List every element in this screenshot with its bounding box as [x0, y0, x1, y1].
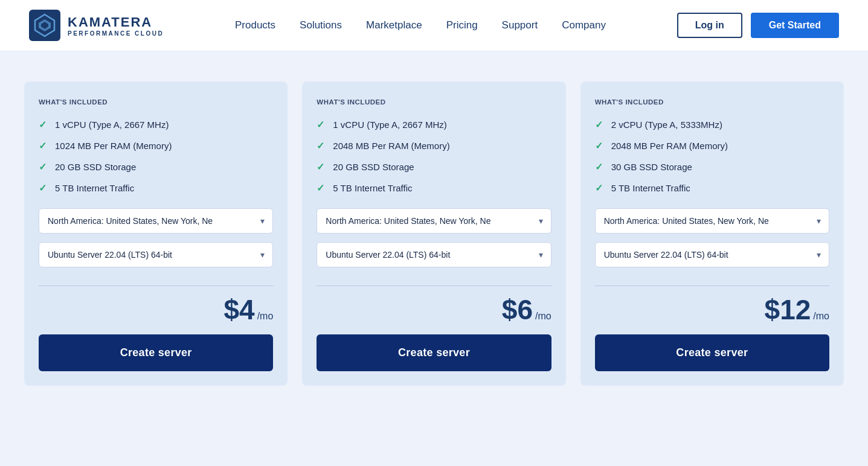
- create-server-button-2[interactable]: Create server: [317, 334, 551, 371]
- what-included-label-1: WHAT'S INCLUDED: [39, 98, 273, 106]
- check-icon: ✓: [595, 161, 603, 173]
- what-included-label-3: WHAT'S INCLUDED: [595, 98, 829, 106]
- os-select-2[interactable]: Ubuntu Server 22.04 (LTS) 64-bit: [317, 242, 551, 267]
- check-icon: ✓: [39, 161, 47, 173]
- check-icon: ✓: [317, 140, 324, 152]
- feature-text: 1024 MB Per RAM (Memory): [55, 141, 172, 151]
- location-select-wrapper-1: North America: United States, New York, …: [39, 208, 273, 234]
- create-server-button-3[interactable]: Create server: [595, 334, 829, 371]
- feature-item: ✓ 20 GB SSD Storage: [317, 161, 551, 173]
- location-select-3[interactable]: North America: United States, New York, …: [595, 208, 829, 234]
- divider-1: [39, 286, 273, 286]
- os-select-wrapper-1: Ubuntu Server 22.04 (LTS) 64-bit: [39, 242, 273, 267]
- nav-marketplace[interactable]: Marketplace: [366, 19, 422, 31]
- check-icon: ✓: [317, 161, 324, 173]
- feature-item: ✓ 2048 MB Per RAM (Memory): [317, 140, 551, 152]
- nav-pricing[interactable]: Pricing: [446, 19, 478, 31]
- pricing-card-3: WHAT'S INCLUDED ✓ 2 vCPU (Type A, 5333MH…: [580, 81, 844, 386]
- check-icon: ✓: [39, 140, 47, 152]
- features-list-2: ✓ 1 vCPU (Type A, 2667 MHz) ✓ 2048 MB Pe…: [317, 119, 551, 194]
- divider-3: [595, 286, 829, 286]
- location-select-2[interactable]: North America: United States, New York, …: [317, 208, 551, 234]
- features-list-1: ✓ 1 vCPU (Type A, 2667 MHz) ✓ 1024 MB Pe…: [39, 119, 273, 194]
- logo-name: KAMATERA: [68, 14, 164, 30]
- feature-text: 20 GB SSD Storage: [333, 162, 414, 172]
- feature-text: 2048 MB Per RAM (Memory): [333, 141, 449, 151]
- location-select-wrapper-2: North America: United States, New York, …: [317, 208, 551, 234]
- feature-item: ✓ 1 vCPU (Type A, 2667 MHz): [317, 119, 551, 130]
- feature-text: 2 vCPU (Type A, 5333MHz): [611, 120, 722, 130]
- check-icon: ✓: [595, 140, 603, 152]
- price-row-2: $6 /mo: [317, 296, 551, 324]
- check-icon: ✓: [317, 119, 324, 130]
- divider-2: [317, 286, 551, 286]
- feature-text: 20 GB SSD Storage: [55, 162, 136, 172]
- pricing-card-1: WHAT'S INCLUDED ✓ 1 vCPU (Type A, 2667 M…: [24, 81, 288, 386]
- pricing-card-2: WHAT'S INCLUDED ✓ 1 vCPU (Type A, 2667 M…: [302, 81, 565, 386]
- feature-item: ✓ 1 vCPU (Type A, 2667 MHz): [39, 119, 273, 130]
- get-started-button[interactable]: Get Started: [751, 13, 839, 38]
- feature-text: 5 TB Internet Traffic: [55, 183, 134, 193]
- nav-company[interactable]: Company: [562, 19, 606, 31]
- check-icon: ✓: [39, 182, 47, 194]
- features-list-3: ✓ 2 vCPU (Type A, 5333MHz) ✓ 2048 MB Per…: [595, 119, 829, 194]
- nav-support[interactable]: Support: [502, 19, 538, 31]
- price-unit-2: /mo: [535, 311, 551, 322]
- check-icon: ✓: [595, 182, 603, 194]
- feature-text: 1 vCPU (Type A, 2667 MHz): [333, 120, 446, 130]
- location-select-1[interactable]: North America: United States, New York, …: [39, 208, 273, 234]
- header: KAMATERA PERFORMANCE CLOUD Products Solu…: [0, 0, 868, 51]
- what-included-label-2: WHAT'S INCLUDED: [317, 98, 551, 106]
- feature-item: ✓ 30 GB SSD Storage: [595, 161, 829, 173]
- feature-text: 5 TB Internet Traffic: [333, 183, 412, 193]
- kamatera-logo-icon: [29, 10, 60, 41]
- os-select-wrapper-3: Ubuntu Server 22.04 (LTS) 64-bit: [595, 242, 829, 267]
- price-amount-1: $4: [223, 296, 254, 324]
- location-select-wrapper-3: North America: United States, New York, …: [595, 208, 829, 234]
- feature-text: 1 vCPU (Type A, 2667 MHz): [55, 120, 169, 130]
- check-icon: ✓: [39, 119, 47, 130]
- feature-item: ✓ 5 TB Internet Traffic: [595, 182, 829, 194]
- logo-sub: PERFORMANCE CLOUD: [68, 30, 164, 37]
- logo-text: KAMATERA PERFORMANCE CLOUD: [68, 14, 164, 37]
- create-server-button-1[interactable]: Create server: [39, 334, 273, 371]
- price-amount-2: $6: [502, 296, 533, 324]
- main-nav: Products Solutions Marketplace Pricing S…: [235, 19, 606, 31]
- main-content: WHAT'S INCLUDED ✓ 1 vCPU (Type A, 2667 M…: [0, 51, 868, 422]
- nav-products[interactable]: Products: [235, 19, 275, 31]
- feature-item: ✓ 5 TB Internet Traffic: [317, 182, 551, 194]
- feature-text: 30 GB SSD Storage: [611, 162, 692, 172]
- os-select-wrapper-2: Ubuntu Server 22.04 (LTS) 64-bit: [317, 242, 551, 267]
- header-actions: Log in Get Started: [677, 13, 839, 38]
- feature-text: 2048 MB Per RAM (Memory): [611, 141, 728, 151]
- feature-item: ✓ 2048 MB Per RAM (Memory): [595, 140, 829, 152]
- price-unit-1: /mo: [257, 311, 274, 322]
- os-select-1[interactable]: Ubuntu Server 22.04 (LTS) 64-bit: [39, 242, 273, 267]
- price-amount-3: $12: [765, 296, 811, 324]
- feature-text: 5 TB Internet Traffic: [611, 183, 690, 193]
- check-icon: ✓: [595, 119, 603, 130]
- price-row-3: $12 /mo: [595, 296, 829, 324]
- feature-item: ✓ 20 GB SSD Storage: [39, 161, 273, 173]
- check-icon: ✓: [317, 182, 324, 194]
- feature-item: ✓ 5 TB Internet Traffic: [39, 182, 273, 194]
- price-unit-3: /mo: [813, 311, 829, 322]
- price-row-1: $4 /mo: [39, 296, 273, 324]
- login-button[interactable]: Log in: [677, 13, 742, 38]
- feature-item: ✓ 1024 MB Per RAM (Memory): [39, 140, 273, 152]
- feature-item: ✓ 2 vCPU (Type A, 5333MHz): [595, 119, 829, 130]
- logo: KAMATERA PERFORMANCE CLOUD: [29, 10, 164, 41]
- nav-solutions[interactable]: Solutions: [300, 19, 342, 31]
- os-select-3[interactable]: Ubuntu Server 22.04 (LTS) 64-bit: [595, 242, 829, 267]
